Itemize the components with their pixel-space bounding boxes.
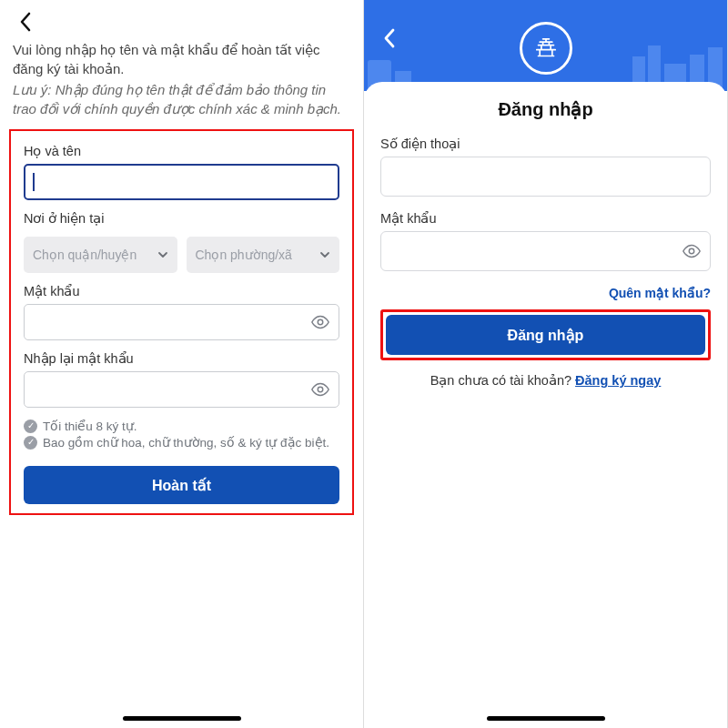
home-indicator xyxy=(123,716,241,721)
toggle-password-visibility[interactable] xyxy=(302,305,339,339)
back-button[interactable] xyxy=(377,25,402,51)
district-placeholder: Chọn quận/huyện xyxy=(33,248,136,262)
svg-point-0 xyxy=(318,319,323,325)
phone-input-wrap[interactable] xyxy=(380,157,711,197)
ward-placeholder: Chọn phường/xã xyxy=(196,248,292,262)
chevron-down-icon xyxy=(319,249,330,260)
location-label: Nơi ở hiện tại xyxy=(24,211,339,226)
toggle-password2-visibility[interactable] xyxy=(302,372,339,407)
signup-prompt: Bạn chưa có tài khoản? xyxy=(430,373,575,388)
check-icon: ✓ xyxy=(24,420,37,433)
intro-main: Vui lòng nhập họ tên và mật khẩu để hoàn… xyxy=(13,40,350,78)
login-password-input[interactable] xyxy=(381,232,673,270)
rule-text: Bao gồm chữ hoa, chữ thường, số & ký tự … xyxy=(43,435,329,450)
text-cursor xyxy=(33,173,35,191)
home-indicator xyxy=(487,716,605,721)
signup-form-highlighted: Họ và tên Nơi ở hiện tại Chọn quận/huyện… xyxy=(9,129,354,515)
login-title: Đăng nhập xyxy=(380,98,711,120)
back-button[interactable] xyxy=(13,9,38,35)
password-label: Mật khẩu xyxy=(24,284,339,298)
svg-point-1 xyxy=(318,387,323,392)
temple-icon xyxy=(531,33,561,64)
name-label: Họ và tên xyxy=(24,144,339,158)
login-button-highlight: Đăng nhập xyxy=(380,309,711,360)
chevron-down-icon xyxy=(157,249,168,260)
name-input[interactable] xyxy=(25,166,338,198)
chevron-left-icon xyxy=(383,28,396,48)
password2-input-wrap[interactable] xyxy=(24,371,339,408)
eye-icon xyxy=(310,312,330,332)
submit-label: Hoàn tất xyxy=(152,477,211,494)
signup-link[interactable]: Đăng ký ngay xyxy=(575,373,661,388)
svg-point-2 xyxy=(689,248,694,254)
password-input-wrap[interactable] xyxy=(24,304,339,340)
check-icon: ✓ xyxy=(24,436,37,450)
signup-panel: Vui lòng nhập họ tên và mật khẩu để hoàn… xyxy=(0,0,364,728)
submit-button[interactable]: Hoàn tất xyxy=(24,466,339,504)
district-select[interactable]: Chọn quận/huyện xyxy=(24,237,177,273)
login-password-label: Mật khẩu xyxy=(380,211,711,226)
hero-banner xyxy=(364,0,727,91)
password2-input[interactable] xyxy=(25,372,302,407)
login-button[interactable]: Đăng nhập xyxy=(386,315,705,355)
signup-row: Bạn chưa có tài khoản? Đăng ký ngay xyxy=(380,373,711,388)
forgot-password-link[interactable]: Quên mật khẩu? xyxy=(380,286,711,300)
rule-text: Tối thiểu 8 ký tự. xyxy=(43,419,137,433)
password2-label: Nhập lại mật khẩu xyxy=(24,351,339,366)
phone-label: Số điện thoại xyxy=(380,136,711,151)
app-logo xyxy=(520,22,572,75)
login-password-input-wrap[interactable] xyxy=(380,231,711,271)
login-label: Đăng nhập xyxy=(508,327,584,344)
eye-icon xyxy=(682,241,702,261)
login-card: Đăng nhập Số điện thoại Mật khẩu Quên mậ… xyxy=(364,82,727,728)
login-panel: Đăng nhập Số điện thoại Mật khẩu Quên mậ… xyxy=(364,0,728,728)
name-input-wrap[interactable] xyxy=(24,164,339,200)
toggle-login-password-visibility[interactable] xyxy=(673,232,710,270)
ward-select[interactable]: Chọn phường/xã xyxy=(187,237,340,273)
chevron-left-icon xyxy=(19,12,32,32)
password-rules: ✓ Tối thiểu 8 ký tự. ✓ Bao gồm chữ hoa, … xyxy=(15,413,349,457)
intro-note: Lưu ý: Nhập đúng họ tên thật để đảm bảo … xyxy=(13,80,350,118)
phone-input[interactable] xyxy=(381,157,710,196)
eye-icon xyxy=(310,379,330,399)
intro-text: Vui lòng nhập họ tên và mật khẩu để hoàn… xyxy=(0,35,363,129)
password-input[interactable] xyxy=(25,305,302,339)
